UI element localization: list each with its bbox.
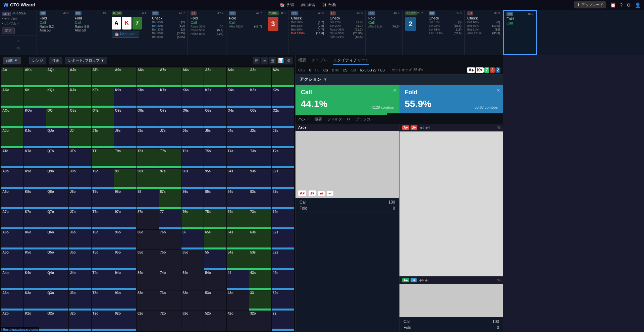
range-cell-j6s[interactable]: J6s <box>181 128 204 148</box>
nav-study[interactable]: 📚 学習 <box>280 2 294 8</box>
range-cell-j7o[interactable]: J7o <box>69 209 91 229</box>
range-cell-aa[interactable]: AA <box>1 67 23 87</box>
range-cell-k9s[interactable]: K9s <box>114 88 136 107</box>
range-cell-q6o[interactable]: Q6o <box>46 230 68 250</box>
view-grid[interactable]: ⊞ <box>253 57 260 64</box>
range-cell-94s[interactable]: 94s <box>227 169 249 188</box>
range-cell-53o[interactable]: 53o <box>204 290 226 310</box>
range-cell-ato[interactable]: ATo <box>1 149 23 168</box>
range-cell-j9s[interactable]: J9s <box>114 128 136 148</box>
range-cell-j2s[interactable]: J2s <box>272 128 294 148</box>
range-cell-t7o[interactable]: T7o <box>92 209 114 229</box>
range-cell-96s[interactable]: 96s <box>181 169 204 188</box>
view-settings[interactable]: ⚙ <box>285 57 292 64</box>
range-cell-97o[interactable]: 97o <box>114 209 136 229</box>
help-icon[interactable]: ? <box>620 2 623 8</box>
view-chart[interactable]: 📊 <box>277 57 284 64</box>
range-cell-t5o[interactable]: T5o <box>92 250 114 270</box>
range-cell-kqo[interactable]: KQo <box>24 108 46 128</box>
range-cell-q8s[interactable]: Q8s <box>137 108 159 128</box>
range-cell-kqs[interactable]: KQs <box>46 88 68 107</box>
range-cell-63o[interactable]: 63o <box>181 290 204 310</box>
range-cell-qjs[interactable]: QJs <box>69 108 91 128</box>
range-cell-qts[interactable]: QTs <box>92 108 114 128</box>
range-cell-ats[interactable]: ATs <box>92 67 114 87</box>
range-cell-aqo[interactable]: AQo <box>1 108 23 128</box>
range-cell-a9s[interactable]: A9s <box>114 67 136 87</box>
nav-practice[interactable]: 🎮 練習 <box>301 2 315 8</box>
range-cell-qto[interactable]: QTo <box>46 149 68 168</box>
range-cell-kjs[interactable]: KJs <box>69 88 91 107</box>
range-cell-43o[interactable]: 43o <box>227 290 249 310</box>
range-cell-85o[interactable]: 85o <box>137 250 159 270</box>
range-cell-43s[interactable]: 43s <box>249 270 271 290</box>
view-list[interactable]: ≡ <box>261 57 268 64</box>
range-cell-74s[interactable]: 74s <box>227 209 249 229</box>
range-cell-ajs[interactable]: AJs <box>69 67 91 87</box>
range-cell-a4o[interactable]: A4o <box>1 270 23 290</box>
range-cell-k8s[interactable]: K8s <box>137 88 159 107</box>
range-cell-76o[interactable]: 76o <box>159 230 181 250</box>
range-cell-k3o[interactable]: K3o <box>24 290 46 310</box>
range-cell-93o[interactable]: 93o <box>114 290 136 310</box>
range-cell-88[interactable]: 88 <box>137 189 159 209</box>
range-cell-55[interactable]: 55 <box>204 250 226 270</box>
hand-tab-hand[interactable]: ハンド <box>298 116 309 123</box>
range-cell-62o[interactable]: 62o <box>181 311 204 331</box>
range-cell-75s[interactable]: 75s <box>204 209 226 229</box>
settings-icon[interactable]: ⚙ <box>627 2 631 8</box>
range-cell-q3s[interactable]: Q3s <box>249 108 271 128</box>
range-cell-j7s[interactable]: J7s <box>159 128 181 148</box>
range-cell-54s[interactable]: 54s <box>227 250 249 270</box>
range-cell-65o[interactable]: 65o <box>181 250 204 270</box>
range-cell-96o[interactable]: 96o <box>114 230 136 250</box>
range-cell-j5s[interactable]: J5s <box>204 128 226 148</box>
range-cell-64s[interactable]: 64s <box>227 230 249 250</box>
range-cell-j2o[interactable]: J2o <box>69 311 91 331</box>
range-cell-kk[interactable]: KK <box>24 88 46 107</box>
range-cell-k5s[interactable]: K5s <box>204 88 226 107</box>
range-cell-kts[interactable]: KTs <box>92 88 114 107</box>
range-cell-66[interactable]: 66 <box>181 230 204 250</box>
home-icon[interactable]: ⌂ <box>17 39 19 43</box>
range-cell-q2s[interactable]: Q2s <box>272 108 294 128</box>
range-cell-k8o[interactable]: K8o <box>24 189 46 209</box>
range-cell-54o[interactable]: 54o <box>204 270 226 290</box>
range-cell-ako[interactable]: AKo <box>1 88 23 107</box>
range-cell-kto[interactable]: KTo <box>24 149 46 168</box>
fold-close-icon[interactable]: ✕ <box>496 88 500 93</box>
range-cell-a3o[interactable]: A3o <box>1 290 23 310</box>
range-cell-qjo[interactable]: QJo <box>46 128 68 148</box>
range-cell-j3o[interactable]: J3o <box>69 290 91 310</box>
range-cell-94o[interactable]: 94o <box>114 270 136 290</box>
range-cell-a4s[interactable]: A4s <box>227 67 249 87</box>
nav-analysis[interactable]: ✨ 分析 <box>322 2 336 8</box>
range-cell-t2o[interactable]: T2o <box>92 311 114 331</box>
range-cell-qq[interactable]: QQ <box>46 108 68 128</box>
range-cell-q9s[interactable]: Q9s <box>114 108 136 128</box>
range-cell-q9o[interactable]: Q9o <box>46 169 68 188</box>
tab-equity[interactable]: エクイティチャート <box>333 56 369 65</box>
range-cell-74o[interactable]: 74o <box>159 270 181 290</box>
range-cell-82s[interactable]: 82s <box>272 189 294 209</box>
range-cell-q5s[interactable]: Q5s <box>204 108 226 128</box>
range-cell-a5o[interactable]: A5o <box>1 250 23 270</box>
range-cell-92s[interactable]: 92s <box>272 169 294 188</box>
range-cell-t4o[interactable]: T4o <box>92 270 114 290</box>
range-cell-a8s[interactable]: A8s <box>137 67 159 87</box>
range-cell-22[interactable]: 22 <box>272 311 294 331</box>
range-cell-jj[interactable]: JJ <box>69 128 91 148</box>
range-cell-jto[interactable]: JTo <box>69 149 91 168</box>
range-cell-32o[interactable]: 32o <box>249 311 271 331</box>
range-cell-q4o[interactable]: Q4o <box>46 270 68 290</box>
range-cell-52s[interactable]: 52s <box>272 250 294 270</box>
range-cell-aks[interactable]: AKs <box>24 67 46 87</box>
range-cell-62s[interactable]: 62s <box>272 230 294 250</box>
range-cell-a7o[interactable]: A7o <box>1 209 23 229</box>
range-cell-q7s[interactable]: Q7s <box>159 108 181 128</box>
range-cell-k4o[interactable]: K4o <box>24 270 46 290</box>
range-cell-73o[interactable]: 73o <box>159 290 181 310</box>
refresh-icon[interactable]: ↺ <box>17 46 20 51</box>
range-cell-72o[interactable]: 72o <box>159 311 181 331</box>
range-cell-86s[interactable]: 86s <box>181 189 204 209</box>
